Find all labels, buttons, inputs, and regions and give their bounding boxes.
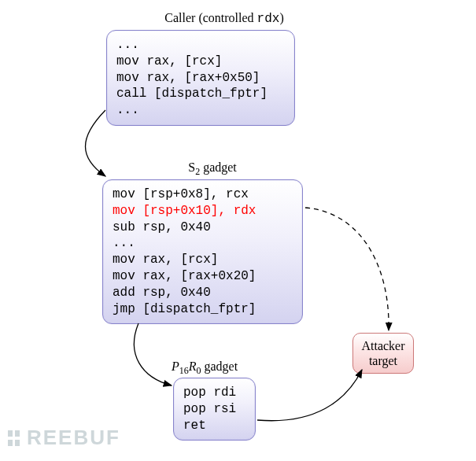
pr-line: ret xyxy=(183,418,245,434)
svg-rect-2 xyxy=(8,440,13,446)
s2-line: mov rax, [rcx] xyxy=(113,252,293,268)
caller-label: Caller (controlled rdx) xyxy=(122,11,327,26)
pr-label-suffix: gadget xyxy=(201,360,238,373)
s2-line: jmp [dispatch_fptr] xyxy=(113,301,293,318)
arrow-pr-to-target xyxy=(257,370,362,421)
caller-label-suffix: ) xyxy=(279,11,283,24)
pr-line: pop rsi xyxy=(183,401,245,418)
s2-label-s: S xyxy=(188,160,195,174)
s2-line-highlight: mov [rsp+0x10], rdx xyxy=(113,203,293,219)
pr-label-r: R xyxy=(189,360,197,373)
pr-label: P16R0 gadget xyxy=(149,360,260,377)
watermark-icon xyxy=(8,429,24,448)
s2-label-suffix: gadget xyxy=(200,160,237,174)
s2-line: add rsp, 0x40 xyxy=(113,285,293,301)
pr-label-psub: 16 xyxy=(179,365,189,376)
caller-label-prefix: Caller (controlled xyxy=(164,11,256,24)
attacker-target-node: Attacker target xyxy=(352,333,414,374)
svg-rect-4 xyxy=(15,440,20,446)
pr-box: pop rdi pop rsi ret xyxy=(173,378,256,441)
s2-line: sub rsp, 0x40 xyxy=(113,219,293,236)
caller-line: mov rax, [rax+0x50] xyxy=(116,70,285,87)
caller-box: ... mov rax, [rcx] mov rax, [rax+0x50] c… xyxy=(106,30,295,126)
watermark-text: REEBUF xyxy=(27,426,120,450)
pr-line: pop rdi xyxy=(183,385,245,401)
s2-box: mov [rsp+0x8], rcx mov [rsp+0x10], rdx s… xyxy=(102,179,303,324)
arrow-caller-to-s2 xyxy=(86,110,106,176)
caller-line: ... xyxy=(116,102,285,119)
s2-line: mov [rsp+0x8], rcx xyxy=(113,186,293,203)
target-line1: Attacker xyxy=(360,338,407,353)
target-line2: target xyxy=(360,353,407,368)
caller-label-reg: rdx xyxy=(257,12,280,26)
arrow-s2-to-target-dashed xyxy=(305,208,389,330)
caller-line: mov rax, [rcx] xyxy=(116,53,285,70)
svg-rect-3 xyxy=(15,430,20,437)
svg-rect-1 xyxy=(8,430,13,437)
caller-line: call [dispatch_fptr] xyxy=(116,86,285,102)
s2-line: ... xyxy=(113,235,293,252)
s2-label: S2 gadget xyxy=(165,160,260,178)
caller-line: ... xyxy=(116,37,285,53)
s2-line: mov rax, [rax+0x20] xyxy=(113,268,293,285)
watermark: REEBUF xyxy=(8,426,120,450)
pr-label-p: P xyxy=(172,360,179,373)
